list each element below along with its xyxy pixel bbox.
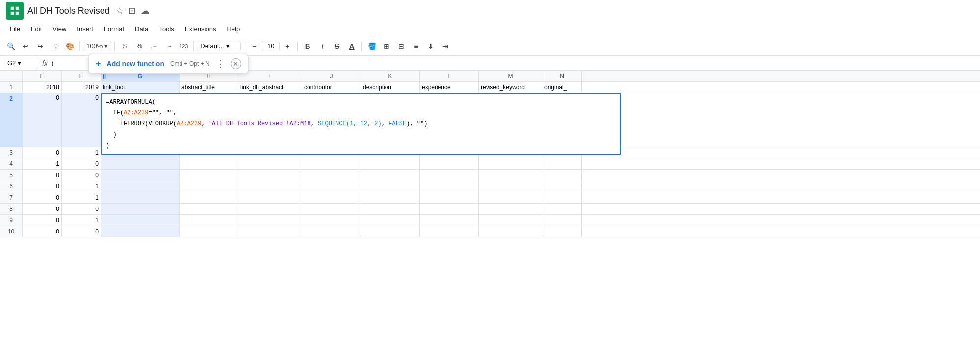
cell-i2[interactable] xyxy=(238,93,302,147)
cell-f10[interactable]: 0 xyxy=(62,226,101,237)
cell-j3[interactable] xyxy=(302,147,361,158)
cell-e6[interactable]: 0 xyxy=(23,181,62,192)
cell-g5[interactable] xyxy=(101,170,180,181)
align-button[interactable]: ≡ xyxy=(409,39,423,53)
star-icon[interactable]: ☆ xyxy=(116,5,124,16)
cell-m5[interactable] xyxy=(479,170,542,181)
col-header-j[interactable]: J xyxy=(302,71,361,81)
row-num-3[interactable]: 3 xyxy=(0,147,23,158)
cell-g6[interactable] xyxy=(101,181,180,192)
cell-e5[interactable]: 0 xyxy=(23,170,62,181)
cell-m4[interactable] xyxy=(479,158,542,169)
cell-i5[interactable] xyxy=(238,170,302,181)
menu-extensions[interactable]: Extensions xyxy=(180,24,221,35)
cell-k9[interactable] xyxy=(361,215,420,226)
cell-f3[interactable]: 1 xyxy=(62,147,101,158)
menu-edit[interactable]: Edit xyxy=(26,24,47,35)
cell-l5[interactable] xyxy=(420,170,479,181)
col-header-i[interactable]: I xyxy=(238,71,302,81)
cell-f7[interactable]: 1 xyxy=(62,192,101,203)
cell-h4[interactable] xyxy=(180,158,238,169)
wrap-button[interactable]: ⇥ xyxy=(438,39,452,53)
font-size-box[interactable]: 10 xyxy=(262,41,280,51)
cell-n6[interactable] xyxy=(542,181,582,192)
row-num-5[interactable]: 5 xyxy=(0,170,23,181)
merge-cells-button[interactable]: ⊟ xyxy=(394,39,408,53)
menu-help[interactable]: Help xyxy=(222,24,245,35)
cell-f2[interactable]: 0 xyxy=(62,93,101,147)
col-header-n[interactable]: N xyxy=(542,71,582,81)
cell-e2[interactable]: 0 xyxy=(23,93,62,147)
cell-i4[interactable] xyxy=(238,158,302,169)
cell-k4[interactable] xyxy=(361,158,420,169)
valign-button[interactable]: ⬇ xyxy=(424,39,438,53)
cell-j2[interactable] xyxy=(302,93,361,147)
cell-m8[interactable] xyxy=(479,204,542,214)
cell-i3[interactable] xyxy=(238,147,302,158)
cell-f4[interactable]: 0 xyxy=(62,158,101,169)
cell-g8[interactable] xyxy=(101,204,180,214)
cell-j1[interactable]: contributor xyxy=(302,82,361,93)
cell-h6[interactable] xyxy=(180,181,238,192)
cell-h1[interactable]: abstract_title xyxy=(180,82,238,93)
menu-data[interactable]: Data xyxy=(130,24,153,35)
cell-e9[interactable]: 0 xyxy=(23,215,62,226)
cell-n8[interactable] xyxy=(542,204,582,214)
cell-j10[interactable] xyxy=(302,226,361,237)
cell-f9[interactable]: 1 xyxy=(62,215,101,226)
cell-n2[interactable] xyxy=(542,93,582,147)
cell-n4[interactable] xyxy=(542,158,582,169)
menu-insert[interactable]: Insert xyxy=(72,24,98,35)
cell-f1[interactable]: 2019 xyxy=(62,82,101,93)
bold-button[interactable]: B xyxy=(301,39,314,53)
cell-l1[interactable]: experience xyxy=(420,82,479,93)
cell-f6[interactable]: 1 xyxy=(62,181,101,192)
strikethrough-button[interactable]: S xyxy=(330,39,344,53)
cell-j9[interactable] xyxy=(302,215,361,226)
menu-tools[interactable]: Tools xyxy=(154,24,179,35)
cell-j6[interactable] xyxy=(302,181,361,192)
cell-i7[interactable] xyxy=(238,192,302,203)
cell-j5[interactable] xyxy=(302,170,361,181)
borders-button[interactable]: ⊞ xyxy=(380,39,393,53)
cell-g4[interactable] xyxy=(101,158,180,169)
cell-m1[interactable]: revised_keyword xyxy=(479,82,542,93)
row-num-4[interactable]: 4 xyxy=(0,158,23,169)
cell-e4[interactable]: 1 xyxy=(23,158,62,169)
menu-file[interactable]: File xyxy=(5,24,25,35)
cell-l2[interactable] xyxy=(420,93,479,147)
cell-g7[interactable] xyxy=(101,192,180,203)
cell-h2[interactable] xyxy=(180,93,238,147)
row-num-7[interactable]: 7 xyxy=(0,192,23,203)
cell-l6[interactable] xyxy=(420,181,479,192)
cell-i8[interactable] xyxy=(238,204,302,214)
cell-n5[interactable] xyxy=(542,170,582,181)
cell-e10[interactable]: 0 xyxy=(23,226,62,237)
decrease-font-size[interactable]: − xyxy=(247,39,261,53)
cell-k10[interactable] xyxy=(361,226,420,237)
cell-i1[interactable]: link_dh_abstract xyxy=(238,82,302,93)
cell-k1[interactable]: description xyxy=(361,82,420,93)
cell-g2[interactable]: =ARRAYFORMULA( IF(A2:A239="", "", IFERRO… xyxy=(101,93,180,147)
cell-g3[interactable] xyxy=(101,147,180,158)
cell-m10[interactable] xyxy=(479,226,542,237)
doc-title[interactable]: All DH Tools Revised xyxy=(27,6,110,16)
decrease-decimal-button[interactable]: .← xyxy=(147,39,161,53)
more-formats-button[interactable]: 123 xyxy=(177,39,190,53)
cell-m9[interactable] xyxy=(479,215,542,226)
cell-e8[interactable]: 0 xyxy=(23,204,62,214)
cell-n9[interactable] xyxy=(542,215,582,226)
percent-button[interactable]: % xyxy=(132,39,146,53)
folder-icon[interactable]: ⊡ xyxy=(129,5,136,16)
row-num-8[interactable]: 8 xyxy=(0,204,23,214)
cell-n10[interactable] xyxy=(542,226,582,237)
cell-h7[interactable] xyxy=(180,192,238,203)
cloud-icon[interactable]: ☁ xyxy=(141,5,150,16)
cell-l8[interactable] xyxy=(420,204,479,214)
cell-j7[interactable] xyxy=(302,192,361,203)
search-button[interactable]: 🔍 xyxy=(4,39,18,53)
row-num-9[interactable]: 9 xyxy=(0,215,23,226)
row-num-6[interactable]: 6 xyxy=(0,181,23,192)
cell-m3[interactable] xyxy=(479,147,542,158)
cell-reference-box[interactable]: G2 ▾ xyxy=(4,58,38,68)
